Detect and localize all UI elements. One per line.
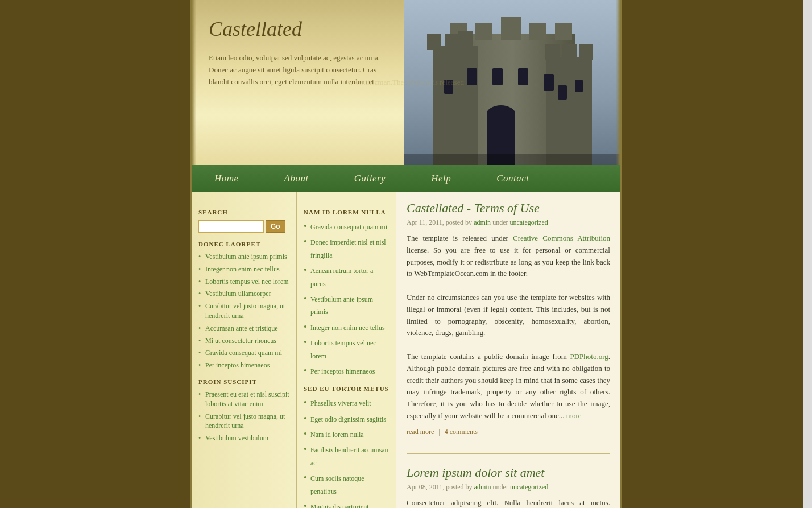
middle-link[interactable]: Aenean rutrum tortor a purus: [310, 267, 373, 287]
list-item: Integer non enim nec tellus: [198, 265, 289, 274]
middle-link[interactable]: Lobortis tempus vel nec lorem: [310, 339, 376, 360]
svg-rect-7: [433, 46, 478, 165]
list-item: Magnis dis parturient montes: [304, 500, 389, 508]
svg-rect-12: [545, 44, 560, 60]
middle-link[interactable]: Phasellus viverra velit: [310, 399, 371, 407]
sidebar-link[interactable]: Accumsan ante et tristique: [205, 324, 278, 332]
middle-section1-title: NAM ID LOREM NULLA: [304, 209, 389, 216]
list-item: Praesent eu erat et nisl suscipit lobort…: [198, 390, 289, 409]
more-link[interactable]: more: [566, 411, 582, 420]
nav-gallery[interactable]: Gallery: [332, 165, 408, 192]
post-2-para1: Consectetuer adipiscing elit. Nulla hend…: [407, 497, 610, 508]
post-1-author[interactable]: admin: [474, 218, 491, 226]
middle-column: NAM ID LOREM NULLA Gravida consequat qua…: [297, 192, 396, 508]
middle-link[interactable]: Nam id lorem nulla: [310, 431, 364, 439]
comments-link[interactable]: 4 comments: [445, 428, 478, 436]
sidebar-link[interactable]: Curabitur vel justo magna, ut hendrerit …: [205, 302, 285, 320]
list-item: Integer non enim nec tellus: [304, 321, 389, 333]
middle-link[interactable]: Gravida consequat quam mi: [310, 223, 387, 231]
sidebar-link[interactable]: Mi ut consectetur rhoncus: [205, 337, 276, 345]
search-input[interactable]: [198, 220, 264, 233]
sidebar-link[interactable]: Vestibulum vestibulum: [205, 434, 268, 442]
post-1-para3: The template contains a public domain im…: [407, 351, 610, 422]
search-title: SEARCH: [198, 209, 289, 216]
sidebar-link[interactable]: Integer non enim nec tellus: [205, 265, 280, 273]
middle-link[interactable]: Donec imperdiet nisl et nisl fringilla: [310, 238, 386, 259]
svg-rect-15: [467, 68, 477, 85]
list-item: Eget odio dignissim sagittis: [304, 412, 389, 425]
svg-rect-16: [492, 68, 503, 85]
post-1-footer: read more | 4 comments: [407, 428, 610, 436]
nav-help[interactable]: Help: [408, 165, 474, 192]
svg-rect-19: [444, 80, 453, 94]
sidebar-link[interactable]: Vestibulum ullamcorper: [205, 290, 271, 298]
sidebar-link[interactable]: Praesent eu erat et nisl suscipit lobort…: [205, 390, 289, 408]
svg-rect-11: [546, 57, 592, 165]
post-1-para1: The template is released under Creative …: [407, 233, 610, 280]
sidebar-section2-list: Praesent eu erat et nisl suscipit lobort…: [198, 390, 289, 443]
post-2-meta: Apr 08, 2011, posted by admin under unca…: [407, 483, 610, 492]
svg-rect-4: [501, 17, 521, 40]
post-1-meta: Apr 11, 2011, posted by admin under unca…: [407, 218, 610, 227]
sidebar-link[interactable]: Lobortis tempus vel nec lorem: [205, 278, 289, 286]
post-2-category[interactable]: uncategorized: [510, 483, 548, 491]
list-item: Donec imperdiet nisl et nisl fringilla: [304, 236, 389, 261]
svg-rect-14: [579, 44, 593, 60]
main-nav: Home About Gallery Help Contact: [190, 165, 622, 192]
svg-rect-13: [562, 44, 577, 60]
sidebar: SEARCH Go DONEC LAOREET Vestibulum ante …: [192, 192, 297, 508]
site-header: Castellated Etiam leo odio, volutpat sed…: [190, 0, 622, 165]
svg-rect-24: [404, 154, 620, 165]
header-castle-image: [404, 0, 620, 165]
svg-rect-6: [555, 23, 572, 40]
post-1-body: The template is released under Creative …: [407, 233, 610, 422]
list-item: Vestibulum ante ipsum primis: [304, 292, 389, 318]
site-description: Etiam leo odio, volutpat sed vulputate a…: [209, 52, 391, 88]
list-item: Per inceptos himenaeos: [198, 361, 289, 370]
list-item: Curabitur vel justo magna, ut hendrerit …: [198, 412, 289, 431]
list-item: Cum sociis natoque penatibus: [304, 472, 389, 497]
list-item: Gravida consequat quam mi: [304, 220, 389, 233]
middle-link[interactable]: Eget odio dignissim sagittis: [310, 415, 386, 423]
nav-about[interactable]: About: [262, 165, 332, 192]
list-item: Nam id lorem nulla: [304, 428, 389, 440]
pdphoto-link[interactable]: PDPhoto.org: [570, 352, 608, 361]
list-item: Vestibulum ullamcorper: [198, 289, 289, 299]
sidebar-link[interactable]: Curabitur vel justo magna, ut hendrerit …: [205, 412, 285, 430]
main-content: Castellated - Terms of Use Apr 11, 2011,…: [396, 192, 620, 508]
sidebar-section1-list: Vestibulum ante ipsum primis Integer non…: [198, 252, 289, 370]
creative-commons-link[interactable]: Creative Commons Attribution: [513, 234, 610, 242]
middle-link[interactable]: Magnis dis parturient montes: [310, 503, 369, 508]
sidebar-link[interactable]: Per inceptos himenaeos: [205, 361, 270, 369]
post-2: Lorem ipsum dolor sit amet Apr 08, 2011,…: [407, 465, 610, 508]
post-2-author[interactable]: admin: [474, 483, 491, 491]
middle-link[interactable]: Facilisis hendrerit accumsan ac: [310, 446, 388, 466]
nav-contact[interactable]: Contact: [474, 165, 552, 192]
list-item: Vestibulum ante ipsum primis: [198, 252, 289, 262]
list-item: Facilisis hendrerit accumsan ac: [304, 443, 389, 469]
post-2-body: Consectetuer adipiscing elit. Nulla hend…: [407, 497, 610, 508]
list-item: Mi ut consectetur rhoncus: [198, 336, 289, 346]
middle-link[interactable]: Per inceptos himenaeos: [310, 367, 375, 375]
middle-link[interactable]: Vestibulum ante ipsum primis: [310, 295, 373, 316]
middle-link[interactable]: Integer non enim nec tellus: [310, 324, 385, 332]
middle-link[interactable]: Cum sociis natoque penatibus: [310, 474, 364, 495]
svg-rect-20: [558, 85, 567, 100]
sidebar-section1-title: DONEC LAOREET: [198, 241, 289, 247]
post-1-category[interactable]: uncategorized: [509, 218, 548, 226]
search-button[interactable]: Go: [266, 220, 285, 233]
post-1-title: Castellated - Terms of Use: [407, 201, 610, 216]
list-item: Lobortis tempus vel nec lorem: [198, 277, 289, 287]
read-more-link[interactable]: read more: [407, 428, 434, 436]
sidebar-link[interactable]: Gravida consequat quam mi: [205, 349, 282, 357]
list-item: Per inceptos himenaeos: [304, 365, 389, 377]
svg-rect-18: [544, 74, 554, 91]
list-item: Vestibulum vestibulum: [198, 433, 289, 443]
scrollbar[interactable]: [803, 0, 812, 508]
separator: |: [438, 428, 440, 436]
nav-home[interactable]: Home: [192, 165, 262, 192]
svg-rect-21: [575, 80, 583, 92]
middle-section2-list: Phasellus viverra velit Eget odio dignis…: [304, 397, 389, 508]
post-2-date: Apr 08, 2011: [407, 483, 442, 491]
sidebar-link[interactable]: Vestibulum ante ipsum primis: [205, 253, 287, 261]
